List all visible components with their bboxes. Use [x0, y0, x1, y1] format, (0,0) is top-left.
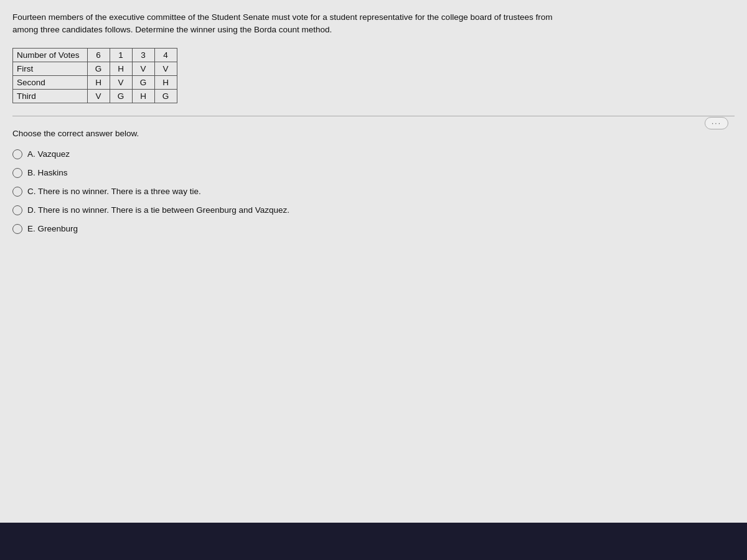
- table-header-votes-1: 1: [110, 48, 132, 62]
- table-cell: H: [87, 75, 110, 89]
- table-cell: G: [154, 89, 177, 103]
- option-label: E. Greenburg: [27, 224, 78, 233]
- votes-table: Number of Votes6134FirstGHVVSecondHVGHTh…: [12, 48, 177, 103]
- table-row-label-first: First: [13, 62, 88, 75]
- table-header-label: Number of Votes: [13, 48, 88, 62]
- question-intro: Fourteen members of the executive commit…: [12, 11, 573, 37]
- option-label: A. Vazquez: [27, 149, 70, 159]
- footer-bar: [0, 523, 747, 560]
- table-cell: G: [87, 62, 110, 75]
- table-cell: H: [132, 89, 154, 103]
- votes-table-container: Number of Votes6134FirstGHVVSecondHVGHTh…: [12, 48, 735, 103]
- table-cell: G: [110, 89, 132, 103]
- answer-option-d[interactable]: D. There is no winner. There is a tie be…: [12, 205, 735, 215]
- table-cell: H: [110, 62, 132, 75]
- option-label: B. Haskins: [27, 168, 68, 177]
- answer-option-e[interactable]: E. Greenburg: [12, 224, 735, 234]
- answer-option-b[interactable]: B. Haskins: [12, 168, 735, 178]
- table-header-votes-6: 6: [87, 48, 110, 62]
- radio-button[interactable]: [12, 187, 22, 197]
- table-row-label-second: Second: [13, 75, 88, 89]
- main-content: Fourteen members of the executive commit…: [0, 0, 747, 523]
- table-cell: V: [154, 62, 177, 75]
- table-cell: G: [132, 75, 154, 89]
- table-cell: V: [87, 89, 110, 103]
- divider: [12, 116, 735, 116]
- radio-button[interactable]: [12, 224, 22, 234]
- table-row-label-third: Third: [13, 89, 88, 103]
- choose-text: Choose the correct answer below.: [12, 129, 735, 138]
- radio-button[interactable]: [12, 205, 22, 215]
- table-header-votes-3: 3: [132, 48, 154, 62]
- option-label: C. There is no winner. There is a three …: [27, 187, 201, 196]
- table-header-votes-4: 4: [154, 48, 177, 62]
- answer-option-a[interactable]: A. Vazquez: [12, 149, 735, 159]
- radio-button[interactable]: [12, 168, 22, 178]
- more-button[interactable]: ···: [705, 117, 728, 129]
- table-cell: V: [132, 62, 154, 75]
- option-label: D. There is no winner. There is a tie be…: [27, 205, 289, 215]
- answer-options-list: A. VazquezB. HaskinsC. There is no winne…: [12, 149, 735, 234]
- table-cell: V: [110, 75, 132, 89]
- table-row: ThirdVGHG: [13, 89, 177, 103]
- table-row: SecondHVGH: [13, 75, 177, 89]
- table-row: FirstGHVV: [13, 62, 177, 75]
- answer-option-c[interactable]: C. There is no winner. There is a three …: [12, 187, 735, 197]
- table-cell: H: [154, 75, 177, 89]
- radio-button[interactable]: [12, 149, 22, 159]
